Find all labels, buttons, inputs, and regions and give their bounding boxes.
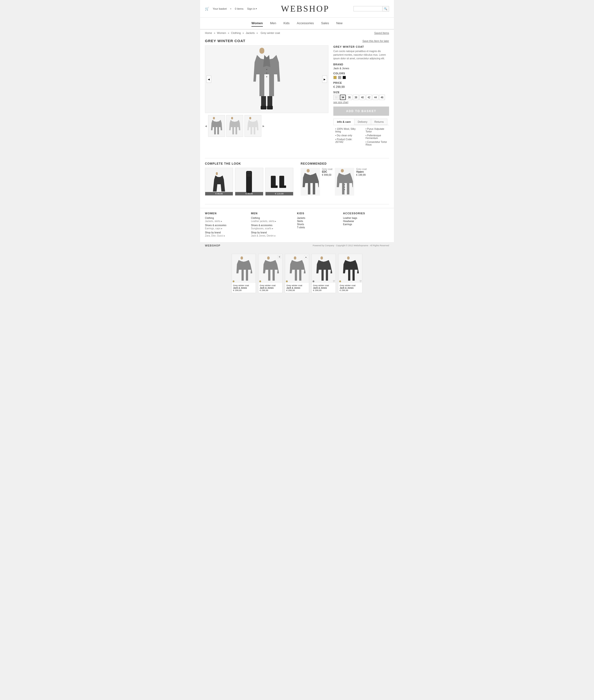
- footer-women-brand[interactable]: Shop by brand: [205, 231, 251, 234]
- size-btn-46[interactable]: 46: [379, 95, 385, 100]
- look-item-scarf[interactable]: € 39,99: [235, 168, 263, 196]
- size-btn-44[interactable]: 44: [372, 95, 378, 100]
- look-item-dress[interactable]: € 99,99: [205, 168, 233, 196]
- grid-item-4-brand: Jack & Jones: [313, 287, 334, 289]
- header: 🛒 Your basket • 0 items Sign in ▾ WEBSHO…: [200, 0, 394, 18]
- footer-kids-skirts[interactable]: Skirts: [297, 220, 343, 222]
- add-to-basket-button[interactable]: ADD TO BASKET: [333, 107, 389, 116]
- look-item-boots[interactable]: € 119,99: [265, 168, 293, 196]
- svg-rect-11: [216, 172, 218, 175]
- breadcrumb-clothing[interactable]: Clothing: [231, 32, 241, 34]
- size-btn-36[interactable]: 36: [346, 95, 352, 100]
- grid-item-4[interactable]: ♡ Grey winter coat Jack & Jones € 299,99: [311, 254, 336, 293]
- breadcrumb-jackets[interactable]: Jackets: [245, 32, 255, 34]
- footer-men-clothing-sub: Leather jackets, skirts ▸: [251, 220, 297, 222]
- grid-item-3-brand: Jack & Jones: [286, 287, 308, 289]
- rec-info-2: Grey coat Viparo € 199,99: [356, 168, 366, 176]
- svg-rect-29: [347, 256, 350, 259]
- svg-rect-27: [294, 256, 296, 259]
- footer-accessories-title: ACCESSORIES: [343, 212, 389, 215]
- size-chart-link[interactable]: see size chart: [333, 101, 389, 104]
- tab-delivery[interactable]: Delivery: [354, 119, 371, 125]
- grid-item-4-wishlist-button[interactable]: ♡: [333, 280, 335, 283]
- rec-brand-1: EDC: [322, 171, 332, 173]
- svg-point-22: [344, 184, 345, 185]
- footer-acc-earrings[interactable]: Earrings: [343, 223, 389, 226]
- footer-col-accessories: ACCESSORIES Leather bags Headwear Earrin…: [343, 212, 389, 239]
- breadcrumb-home[interactable]: Home: [205, 32, 212, 34]
- nav-men[interactable]: Men: [270, 20, 276, 27]
- size-btn-32[interactable]: 32: [333, 95, 339, 100]
- size-btn-38[interactable]: 38: [353, 95, 359, 100]
- search-button[interactable]: 🔍: [383, 6, 389, 12]
- color-swatch-black[interactable]: [342, 76, 346, 79]
- thumbnail-3[interactable]: [244, 115, 261, 137]
- product-title-bar: GREY WINTER COAT Save this Item for late…: [205, 39, 389, 43]
- nav-women[interactable]: Women: [252, 20, 263, 27]
- save-later-link[interactable]: Save this Item for later: [362, 39, 389, 42]
- grid-item-1[interactable]: Grey winter coat Jack & Jones € 299,99: [232, 254, 256, 293]
- sign-in-link[interactable]: Sign in ▾: [247, 7, 257, 10]
- grid-item-3-image: ▲: [285, 254, 309, 283]
- footer-men-brand[interactable]: Shop by brand: [251, 231, 297, 234]
- thumbnail-1[interactable]: [208, 115, 225, 137]
- thumb-next-button[interactable]: ▶: [263, 125, 265, 127]
- thumbnail-2[interactable]: [226, 115, 243, 137]
- grid-item-5-wishlist-button[interactable]: ♡: [360, 280, 362, 283]
- footer-acc-headwear[interactable]: Headwear: [343, 220, 389, 222]
- tab-info-care[interactable]: info & care: [333, 119, 355, 125]
- footer-men-clothing[interactable]: Clothing: [251, 217, 297, 219]
- nav-sales[interactable]: Sales: [321, 20, 329, 27]
- grid-item-5[interactable]: ♡ Grey winter coat Jack & Jones € 299,99: [338, 254, 362, 293]
- grid-item-3-save-icon[interactable]: ▲: [304, 255, 308, 258]
- recommended-section: RECOMMENDED Grey coat EDC € 999,00: [301, 162, 389, 196]
- tab-content-info: 100% Wool, Silky lining Dry clean only P…: [333, 125, 389, 150]
- look-section: COMPLETE THE LOOK € 99,99: [200, 162, 394, 201]
- footer-acc-bags[interactable]: Leather bags: [343, 217, 389, 219]
- colors-label: COLORS: [333, 72, 389, 75]
- footer-brand: WEBSHOP: [205, 244, 221, 247]
- tab-returns[interactable]: Returns: [371, 119, 388, 125]
- footer-women-shoes[interactable]: Shoes & accesories: [205, 224, 251, 226]
- colors-row: [333, 76, 389, 79]
- svg-rect-17: [271, 185, 277, 188]
- nav-new[interactable]: New: [336, 20, 342, 27]
- color-swatch-gray[interactable]: [338, 76, 341, 79]
- image-next-button[interactable]: ▶: [322, 75, 327, 83]
- footer-kids-title: KIDS: [297, 212, 343, 215]
- thumb-prev-button[interactable]: ◀: [205, 125, 207, 127]
- footer-men-shoes[interactable]: Shoes & accesories: [251, 224, 297, 226]
- footer-kids-shorts[interactable]: Shorts: [297, 223, 343, 226]
- look-scarf-image: [244, 171, 254, 193]
- size-btn-40[interactable]: 40: [360, 95, 365, 100]
- svg-rect-26: [267, 256, 270, 259]
- nav-accessories[interactable]: Accessories: [297, 20, 314, 27]
- site-title[interactable]: WEBSHOP: [281, 4, 329, 14]
- grid-item-2-image: ☰: [259, 254, 282, 283]
- size-btn-34[interactable]: 34: [340, 95, 346, 100]
- breadcrumb-sep1: »: [214, 32, 216, 34]
- color-swatch-gold[interactable]: [333, 76, 337, 79]
- grid-item-3[interactable]: ▲ Grey winter coat Jack & Jones € 299,99: [285, 254, 309, 293]
- site-title-area: WEBSHOP: [281, 4, 329, 14]
- search-input[interactable]: [354, 6, 383, 11]
- size-label: SIZE: [333, 91, 389, 94]
- breadcrumb: Home » Women » Clothing » Jackets » Grey…: [205, 32, 281, 34]
- footer-copyright: Powered by Company · Copyright © 2012 We…: [313, 244, 389, 247]
- rec-image-2[interactable]: [335, 168, 354, 196]
- nav-kids[interactable]: Kids: [284, 20, 290, 27]
- size-btn-42[interactable]: 42: [366, 95, 372, 100]
- grid-item-2[interactable]: ☰ Grey winter coat Jack & Jones € 299,99: [258, 254, 283, 293]
- rec-image-1[interactable]: [301, 168, 320, 196]
- tab-item-wool: 100% Wool, Silky lining: [333, 128, 359, 133]
- footer-kids-jackets[interactable]: Jackets: [297, 217, 343, 219]
- grid-item-2-save-icon[interactable]: ☰: [277, 255, 281, 258]
- grid-item-5-name: Grey winter coat: [340, 284, 361, 287]
- footer-kids-tshirts[interactable]: T-shirts: [297, 226, 343, 229]
- grid-color-3-gold: [286, 280, 288, 282]
- breadcrumb-women[interactable]: Women: [217, 32, 226, 34]
- image-prev-button[interactable]: ◀: [206, 75, 211, 83]
- saved-items-link[interactable]: Saved Items: [374, 32, 389, 34]
- basket-icon: 🛒: [205, 7, 209, 11]
- footer-women-clothing[interactable]: Clothing: [205, 217, 251, 219]
